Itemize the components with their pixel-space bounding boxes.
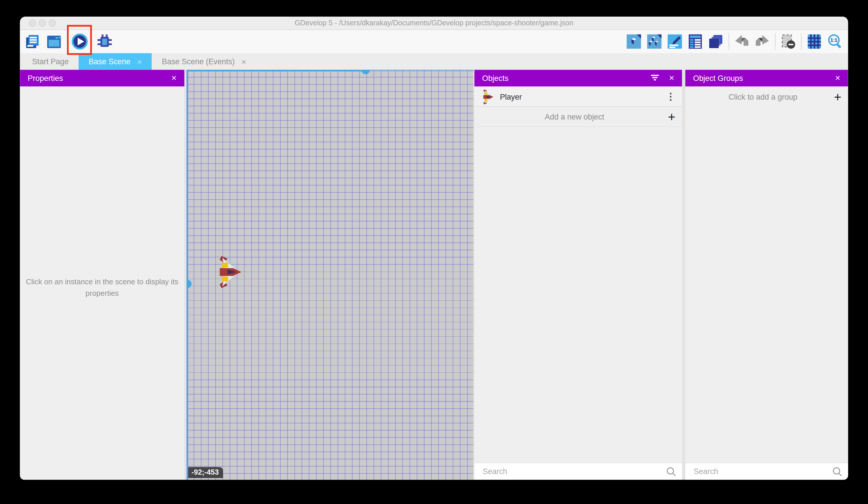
project-manager-icon[interactable] <box>24 33 41 50</box>
properties-panel-header: Properties × <box>20 70 184 87</box>
toolbar-separator <box>801 33 802 50</box>
properties-panel: Properties × Click on an instance in the… <box>20 70 184 480</box>
panel-title: Objects <box>482 74 508 83</box>
tab-close-icon[interactable]: × <box>137 57 142 66</box>
groups-search-bar <box>685 463 848 480</box>
tab-start-page[interactable]: Start Page <box>22 53 79 70</box>
add-group-label: Click to add a group <box>692 92 834 101</box>
main-area: Properties × Click on an instance in the… <box>20 70 848 480</box>
close-icon[interactable]: × <box>669 74 674 83</box>
toolbar-separator <box>775 33 776 50</box>
scene-properties-icon[interactable] <box>667 34 683 49</box>
tab-label: Base Scene <box>89 57 131 66</box>
debug-icon[interactable] <box>96 33 113 50</box>
filter-icon[interactable] <box>650 73 659 83</box>
object-groups-panel-header: Object Groups × <box>685 70 848 87</box>
objects-search-input[interactable] <box>482 466 666 477</box>
grid-icon[interactable] <box>806 34 822 49</box>
tab-label: Base Scene (Events) <box>162 57 235 66</box>
tab-close-icon[interactable]: × <box>241 57 246 66</box>
tab-base-scene[interactable]: Base Scene × <box>79 53 152 70</box>
kebab-menu-icon[interactable]: ⋮ <box>666 91 675 102</box>
close-icon[interactable]: × <box>172 74 177 83</box>
objects-editor-icon[interactable] <box>626 34 641 49</box>
object-name: Player <box>500 92 522 101</box>
add-object-row[interactable]: Add a new object + <box>474 108 682 127</box>
redo-icon[interactable] <box>755 34 770 49</box>
selection-edge-top <box>186 70 365 71</box>
gdevelop-window: GDevelop 5 - /Users/dkarakay/Documents/G… <box>20 17 848 480</box>
zoom-1-1-icon[interactable]: 1:1 <box>827 34 843 49</box>
editor-tab-bar: Start Page Base Scene × Base Scene (Even… <box>20 53 848 70</box>
add-object-label: Add a new object <box>481 112 668 121</box>
play-button[interactable] <box>71 33 88 50</box>
panel-title: Object Groups <box>693 74 743 83</box>
plus-icon[interactable]: + <box>834 90 841 103</box>
search-icon[interactable] <box>832 466 843 477</box>
undo-icon[interactable] <box>734 34 750 49</box>
player-ship-icon <box>482 89 494 104</box>
scene-canvas[interactable]: -92;-453 <box>186 70 473 480</box>
object-groups-panel: Object Groups × Click to add a group + <box>685 70 848 480</box>
properties-empty-message: Click on an instance in the scene to dis… <box>25 276 179 299</box>
selection-edge-top-light <box>365 70 473 71</box>
player-instance[interactable] <box>218 255 242 289</box>
objects-panel: Objects × Player ⋮ <box>474 70 682 480</box>
tab-label: Start Page <box>32 57 69 66</box>
panel-title: Properties <box>28 74 63 83</box>
screenshot-stage: GDevelop 5 - /Users/dkarakay/Documents/G… <box>0 0 868 504</box>
toolbar-right-group: 1:1 <box>626 32 843 50</box>
object-row-player[interactable]: Player ⋮ <box>474 87 682 107</box>
close-icon[interactable]: × <box>835 74 840 83</box>
selection-handle-top[interactable] <box>361 70 370 74</box>
mask-icon[interactable] <box>781 34 796 49</box>
add-group-row[interactable]: Click to add a group + <box>685 87 848 107</box>
window-title: GDevelop 5 - /Users/dkarakay/Documents/G… <box>20 19 848 27</box>
objects-panel-header: Objects × <box>474 70 682 87</box>
toolbar-separator <box>728 33 729 50</box>
scenes-window-icon[interactable] <box>45 33 62 50</box>
cursor-coordinates-badge: -92;-453 <box>188 467 223 478</box>
selection-handle-left[interactable] <box>186 280 192 288</box>
svg-text:1:1: 1:1 <box>830 38 837 43</box>
main-toolbar: 1:1 <box>20 30 848 53</box>
title-bar: GDevelop 5 - /Users/dkarakay/Documents/G… <box>20 17 848 30</box>
tab-base-scene-events[interactable]: Base Scene (Events) × <box>152 53 256 70</box>
groups-search-input[interactable] <box>692 466 832 477</box>
instances-list-icon[interactable] <box>688 34 703 49</box>
layers-icon[interactable] <box>708 34 724 49</box>
plus-icon[interactable]: + <box>668 111 675 123</box>
search-icon[interactable] <box>666 466 676 477</box>
selection-edge-left <box>186 70 188 480</box>
object-groups-editor-icon[interactable] <box>647 34 662 49</box>
objects-search-bar <box>474 463 682 480</box>
